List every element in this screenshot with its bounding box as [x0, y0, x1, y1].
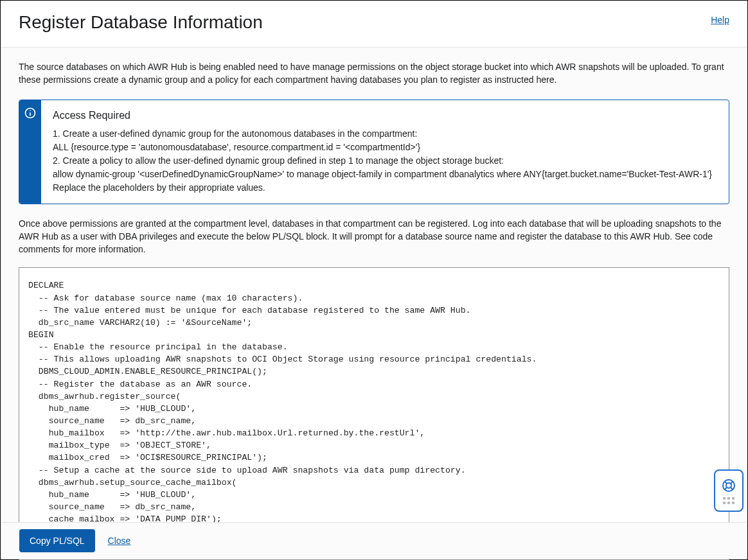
intro-text: The source databases on which AWR Hub is… [19, 60, 729, 87]
copy-plsql-button[interactable]: Copy PL/SQL [19, 529, 95, 552]
dialog-footer: Copy PL/SQL Close [1, 522, 747, 559]
infobox-lines: 1. Create a user-defined dynamic group f… [53, 127, 712, 195]
plsql-code-block[interactable]: DECLARE -- Ask for database source name … [19, 267, 729, 559]
infobox-line: 2. Create a policy to allow the user-def… [53, 154, 712, 168]
info-icon [24, 107, 37, 119]
svg-line-8 [731, 487, 733, 490]
infobox-heading: Access Required [53, 108, 712, 123]
svg-line-7 [725, 487, 727, 490]
close-link[interactable]: Close [108, 536, 131, 546]
page-title: Register Database Information [19, 12, 263, 33]
svg-line-6 [731, 481, 733, 484]
access-required-infobox: Access Required 1. Create a user-defined… [19, 100, 729, 204]
instructions-text: Once above permissions are granted at th… [19, 217, 729, 256]
help-link[interactable]: Help [711, 15, 729, 25]
help-widget[interactable] [714, 469, 744, 512]
svg-point-2 [30, 110, 31, 111]
dialog-header: Register Database Information Help [1, 1, 747, 48]
infobox-line: allow dynamic-group '<userDefinedDynamic… [53, 168, 712, 181]
info-stripe [19, 100, 41, 204]
infobox-line: Replace the placeholders by their approp… [53, 181, 712, 195]
infobox-line: 1. Create a user-defined dynamic group f… [53, 127, 712, 141]
grip-icon [723, 497, 735, 504]
svg-line-5 [725, 481, 727, 484]
svg-point-4 [726, 483, 731, 488]
lifebuoy-icon [721, 478, 736, 493]
infobox-line: ALL {resource.type = 'autonomousdatabase… [53, 141, 712, 154]
